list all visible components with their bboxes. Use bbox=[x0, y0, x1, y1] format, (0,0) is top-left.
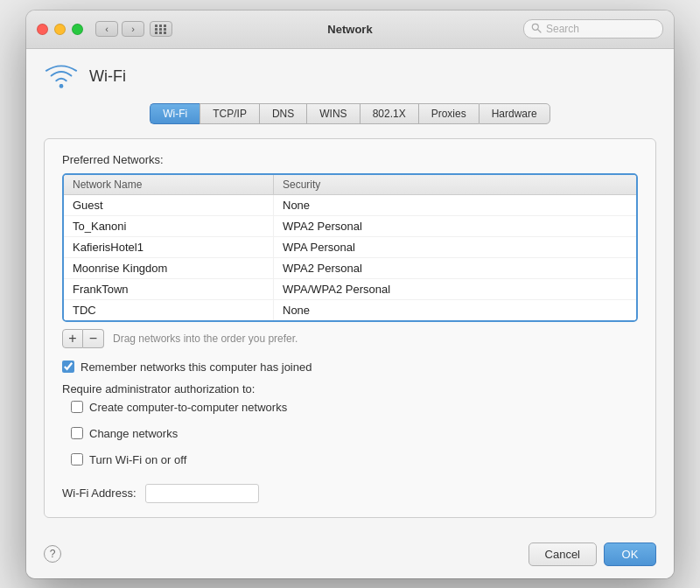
cancel-button[interactable]: Cancel bbox=[528, 542, 597, 566]
remember-networks-checkbox[interactable] bbox=[62, 360, 74, 373]
network-window: ‹ › Network Search bbox=[26, 10, 674, 578]
remember-networks-label: Remember networks this computer has join… bbox=[80, 360, 312, 374]
change-networks-checkbox[interactable] bbox=[71, 427, 83, 439]
network-security-5: None bbox=[274, 300, 636, 320]
network-security-3: WPA2 Personal bbox=[274, 258, 636, 278]
network-name-1: To_Kanoni bbox=[64, 216, 274, 236]
wifi-icon bbox=[44, 63, 79, 91]
footer: ? Cancel OK bbox=[26, 532, 674, 578]
close-button[interactable] bbox=[37, 24, 48, 35]
back-button[interactable]: ‹ bbox=[95, 21, 118, 37]
admin-section: Require administrator authorization to: … bbox=[62, 382, 638, 475]
network-security-0: None bbox=[274, 195, 636, 215]
turn-wifi-checkbox[interactable] bbox=[71, 453, 83, 466]
grid-button[interactable] bbox=[150, 21, 172, 37]
table-body: Guest None To_Kanoni WPA2 Personal Kafie… bbox=[64, 195, 636, 320]
grid-icon bbox=[155, 24, 167, 34]
turn-wifi-label: Turn Wi-Fi on or off bbox=[89, 453, 186, 466]
tab-8021x[interactable]: 802.1X bbox=[360, 103, 418, 124]
add-network-button[interactable]: + bbox=[62, 329, 83, 348]
table-row[interactable]: To_Kanoni WPA2 Personal bbox=[64, 216, 636, 237]
titlebar: ‹ › Network Search bbox=[26, 10, 674, 49]
traffic-lights bbox=[37, 24, 83, 35]
window-title: Network bbox=[327, 23, 372, 36]
preferred-label: Preferred Networks: bbox=[62, 153, 638, 166]
admin-option-turn: Turn Wi-Fi on or off bbox=[71, 453, 638, 466]
table-row[interactable]: Guest None bbox=[64, 195, 636, 216]
wifi-address-label: Wi-Fi Address: bbox=[62, 486, 136, 500]
tab-wins[interactable]: WINS bbox=[306, 103, 359, 124]
nav-buttons: ‹ › bbox=[95, 21, 144, 37]
search-box[interactable]: Search bbox=[523, 19, 663, 38]
create-networks-label: Create computer-to-computer networks bbox=[89, 401, 287, 414]
wifi-address-row: Wi-Fi Address: bbox=[62, 484, 638, 503]
change-networks-label: Change networks bbox=[89, 427, 178, 440]
create-networks-checkbox[interactable] bbox=[71, 401, 83, 413]
network-name-0: Guest bbox=[64, 195, 274, 215]
network-name-2: KafierisHotel1 bbox=[64, 237, 274, 257]
maximize-button[interactable] bbox=[72, 24, 83, 35]
tab-wifi[interactable]: Wi-Fi bbox=[150, 103, 200, 124]
table-row[interactable]: TDC None bbox=[64, 300, 636, 320]
wifi-section-title: Wi-Fi bbox=[89, 67, 126, 86]
col-security: Security bbox=[274, 175, 636, 194]
tabs-bar: Wi-Fi TCP/IP DNS WINS 802.1X Proxies Har… bbox=[44, 103, 656, 124]
help-button[interactable]: ? bbox=[44, 545, 61, 563]
table-controls: + − Drag networks into the order you pre… bbox=[62, 329, 638, 348]
minimize-button[interactable] bbox=[54, 24, 66, 35]
main-content: Wi-Fi Wi-Fi TCP/IP DNS WINS 802.1X Proxi… bbox=[26, 49, 674, 532]
tab-tcpip[interactable]: TCP/IP bbox=[200, 103, 259, 124]
search-placeholder: Search bbox=[546, 23, 579, 35]
drag-hint: Drag networks into the order you prefer. bbox=[113, 332, 298, 345]
tab-dns[interactable]: DNS bbox=[259, 103, 306, 124]
remember-networks-row: Remember networks this computer has join… bbox=[62, 360, 638, 374]
network-security-1: WPA2 Personal bbox=[274, 216, 636, 236]
admin-option-create: Create computer-to-computer networks bbox=[71, 401, 638, 414]
table-row[interactable]: Moonrise Kingdom WPA2 Personal bbox=[64, 258, 636, 279]
col-network-name: Network Name bbox=[64, 175, 274, 194]
ok-button[interactable]: OK bbox=[604, 542, 656, 566]
network-security-4: WPA/WPA2 Personal bbox=[274, 279, 636, 299]
network-name-4: FrankTown bbox=[64, 279, 274, 299]
panel: Preferred Networks: Network Name Securit… bbox=[44, 138, 656, 518]
table-row[interactable]: FrankTown WPA/WPA2 Personal bbox=[64, 279, 636, 300]
networks-table: Network Name Security Guest None To_Kano… bbox=[62, 173, 638, 322]
tab-hardware[interactable]: Hardware bbox=[479, 103, 550, 124]
search-icon bbox=[531, 23, 542, 35]
tab-proxies[interactable]: Proxies bbox=[418, 103, 479, 124]
table-header: Network Name Security bbox=[64, 175, 636, 195]
admin-options: Create computer-to-computer networks Cha… bbox=[71, 401, 638, 475]
network-name-3: Moonrise Kingdom bbox=[64, 258, 274, 278]
admin-section-label: Require administrator authorization to: bbox=[62, 382, 638, 396]
wifi-header: Wi-Fi bbox=[44, 63, 656, 91]
network-name-5: TDC bbox=[64, 300, 274, 320]
admin-option-change: Change networks bbox=[71, 427, 638, 440]
table-row[interactable]: KafierisHotel1 WPA Personal bbox=[64, 237, 636, 258]
svg-point-2 bbox=[60, 84, 64, 88]
network-security-2: WPA Personal bbox=[274, 237, 636, 257]
footer-buttons: Cancel OK bbox=[528, 542, 656, 566]
remove-network-button[interactable]: − bbox=[83, 329, 104, 348]
forward-button[interactable]: › bbox=[122, 21, 144, 37]
svg-line-1 bbox=[538, 30, 542, 33]
wifi-address-field[interactable] bbox=[145, 484, 259, 503]
